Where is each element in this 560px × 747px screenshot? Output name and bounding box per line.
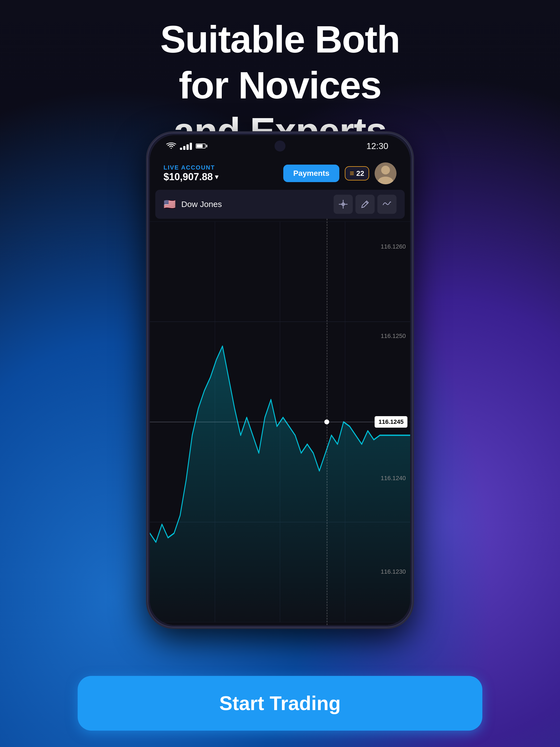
cursor-icon	[338, 199, 348, 209]
status-bar: 12:30	[150, 135, 410, 157]
status-time: 12:30	[366, 141, 388, 151]
crosshair-dot	[324, 419, 329, 424]
app-header: LIVE ACCOUNT $10,907.88 ▾ Payments ≡ 22	[150, 157, 410, 190]
power-button	[412, 269, 414, 308]
price-level-mid-low: 116.1240	[381, 475, 406, 482]
notifications-badge[interactable]: ≡ 22	[345, 166, 369, 180]
layers-icon: ≡	[350, 169, 354, 178]
account-label: LIVE ACCOUNT	[163, 164, 218, 171]
phone-frame: 12:30 LIVE ACCOUNT $10,907.88 ▾ Payments	[146, 131, 414, 629]
line-chart-icon	[382, 199, 392, 209]
battery-icon	[196, 144, 207, 149]
svg-point-1	[381, 166, 390, 175]
wifi-icon	[166, 142, 176, 150]
chart-type-button[interactable]	[377, 195, 397, 214]
chevron-down-icon: ▾	[215, 173, 218, 181]
avatar-image	[375, 162, 397, 184]
start-trading-button[interactable]: Start Trading	[78, 676, 482, 730]
crosshair-horizontal	[150, 422, 380, 422]
price-level-mid-high: 116.1250	[381, 333, 406, 340]
current-price-label: 116.1245	[375, 416, 407, 428]
volume-button-right	[412, 319, 414, 357]
volume-down-button	[146, 333, 148, 376]
header-actions: Payments ≡ 22	[283, 162, 397, 184]
price-level-top: 116.1260	[381, 243, 406, 250]
avatar[interactable]	[375, 162, 397, 184]
phone-mockup: 12:30 LIVE ACCOUNT $10,907.88 ▾ Payments	[146, 131, 414, 629]
phone-screen: 12:30 LIVE ACCOUNT $10,907.88 ▾ Payments	[150, 135, 410, 625]
cursor-tool-button[interactable]	[334, 195, 353, 214]
notification-count: 22	[356, 169, 364, 178]
symbol-left: 🇺🇸 Dow Jones	[163, 199, 222, 210]
app-content: LIVE ACCOUNT $10,907.88 ▾ Payments ≡ 22	[150, 157, 410, 625]
pen-tool-button[interactable]	[355, 195, 375, 214]
account-balance[interactable]: $10,907.88 ▾	[163, 171, 218, 183]
us-flag-icon: 🇺🇸	[163, 199, 176, 210]
symbol-bar[interactable]: 🇺🇸 Dow Jones	[155, 190, 405, 219]
chart-tools	[334, 195, 397, 214]
payments-button[interactable]: Payments	[283, 164, 339, 182]
pencil-icon	[360, 199, 370, 209]
chart-area[interactable]: 116.1260 116.1250 116.1240 116.1230 116.…	[150, 219, 410, 625]
volume-up-button	[146, 281, 148, 324]
symbol-name: Dow Jones	[181, 200, 222, 209]
cta-wrapper: Start Trading	[78, 676, 482, 730]
price-level-low: 116.1230	[381, 568, 406, 575]
camera-notch	[275, 140, 285, 152]
volume-button-left-top	[146, 248, 148, 272]
signal-icon	[180, 142, 192, 150]
account-info: LIVE ACCOUNT $10,907.88 ▾	[163, 164, 218, 183]
